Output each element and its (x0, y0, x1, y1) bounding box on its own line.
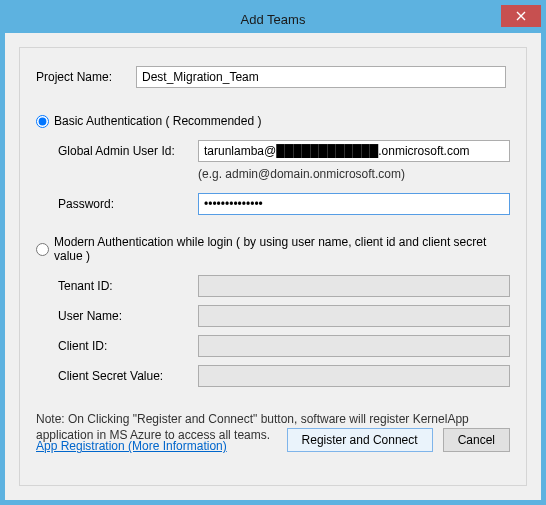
button-row: App Registration (More Information) Regi… (36, 427, 510, 453)
username-label: User Name: (58, 309, 198, 323)
close-button[interactable] (501, 5, 541, 27)
basic-auth-radio[interactable] (36, 115, 49, 128)
project-name-label: Project Name: (36, 70, 136, 84)
basic-auth-radio-row[interactable]: Basic Authentication ( Recommended ) (36, 114, 510, 128)
username-input (198, 305, 510, 327)
admin-user-label: Global Admin User Id: (58, 144, 198, 158)
secret-row: Client Secret Value: (36, 365, 510, 387)
modern-auth-radio[interactable] (36, 243, 49, 256)
clientid-input (198, 335, 510, 357)
admin-user-hint: (e.g. admin@domain.onmicrosoft.com) (36, 167, 510, 181)
cancel-button[interactable]: Cancel (443, 428, 510, 452)
tenant-id-row: Tenant ID: (36, 275, 510, 297)
close-icon (516, 11, 526, 21)
register-connect-button[interactable]: Register and Connect (287, 428, 433, 452)
admin-user-input[interactable] (198, 140, 510, 162)
project-name-row: Project Name: (36, 66, 510, 88)
password-row: Password: (36, 193, 510, 215)
app-registration-link[interactable]: App Registration (More Information) (36, 439, 227, 453)
project-name-input[interactable] (136, 66, 506, 88)
content-area: Project Name: Basic Authentication ( Rec… (5, 33, 541, 500)
dialog-title: Add Teams (241, 12, 306, 27)
modern-auth-radio-label: Modern Authentication while login ( by u… (54, 235, 510, 263)
clientid-row: Client ID: (36, 335, 510, 357)
username-row: User Name: (36, 305, 510, 327)
tenant-id-input (198, 275, 510, 297)
titlebar: Add Teams (5, 5, 541, 33)
admin-user-row: Global Admin User Id: (36, 140, 510, 162)
secret-input (198, 365, 510, 387)
secret-label: Client Secret Value: (58, 369, 198, 383)
form-panel: Project Name: Basic Authentication ( Rec… (19, 47, 527, 486)
clientid-label: Client ID: (58, 339, 198, 353)
dialog-window: Add Teams Project Name: Basic Authentica… (4, 4, 542, 501)
password-label: Password: (58, 197, 198, 211)
modern-auth-radio-row[interactable]: Modern Authentication while login ( by u… (36, 235, 510, 263)
tenant-id-label: Tenant ID: (58, 279, 198, 293)
basic-auth-radio-label: Basic Authentication ( Recommended ) (54, 114, 261, 128)
password-input[interactable] (198, 193, 510, 215)
